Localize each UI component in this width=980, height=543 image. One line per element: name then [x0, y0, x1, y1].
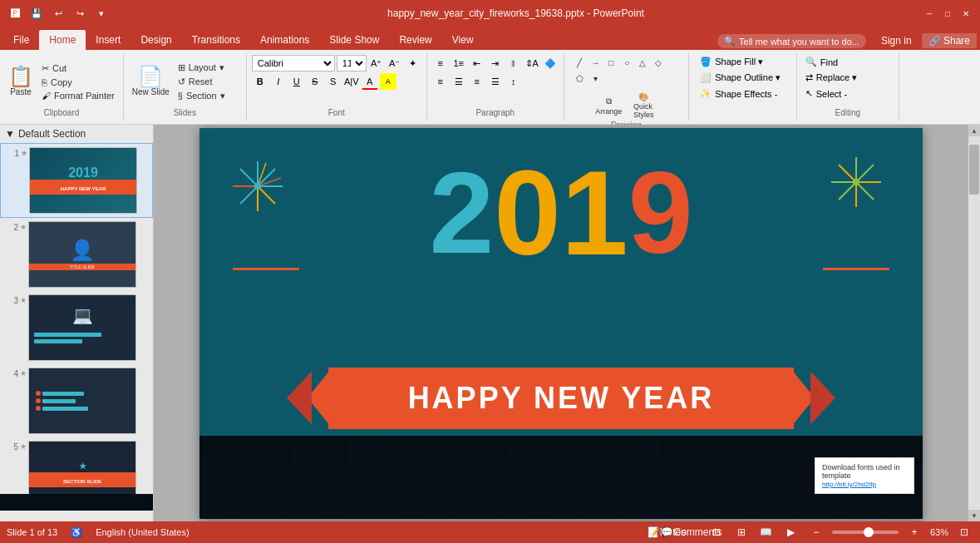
arrow-shape[interactable]: → [588, 55, 603, 70]
tab-insert[interactable]: Insert [86, 30, 131, 50]
arrange-button[interactable]: ⧉ Arrange [592, 95, 625, 117]
slide-item-3[interactable]: 3 ★ 💻 [0, 291, 153, 364]
share-btn[interactable]: 🔗 Share [922, 33, 977, 48]
replace-button[interactable]: ⇄ Replace ▾ [802, 71, 894, 85]
zoom-in-btn[interactable]: + [905, 523, 923, 541]
tab-design[interactable]: Design [131, 30, 181, 50]
zoom-out-btn[interactable]: − [807, 523, 825, 541]
find-button[interactable]: 🔍 Find [802, 55, 894, 69]
zoom-slider[interactable] [832, 531, 899, 534]
slide-content[interactable]: 2 0 1 9 HAPPY NEW [199, 128, 923, 519]
clear-format-btn[interactable]: ✦ [405, 55, 421, 72]
strikethrough-btn[interactable]: S [307, 73, 323, 90]
slide-item-5[interactable]: 5 ★ ★ SECTION SLIDE [0, 437, 153, 511]
convert-to-smartart-btn[interactable]: 🔷 [542, 55, 559, 72]
svg-rect-39 [569, 465, 590, 519]
svg-rect-42 [632, 440, 661, 519]
justify-btn[interactable]: ☰ [487, 73, 504, 90]
numbering-btn[interactable]: 1≡ [451, 55, 467, 72]
svg-line-7 [240, 169, 258, 186]
new-slide-button[interactable]: 📄 New Slide [129, 65, 173, 98]
tab-view[interactable]: View [442, 30, 484, 50]
format-painter-button[interactable]: 🖌 Format Painter [38, 90, 118, 101]
search-label: Tell me what you want to do... [739, 37, 859, 47]
ribbon-search[interactable]: 🔍 Tell me what you want to do... [717, 34, 866, 48]
oval-shape[interactable]: ○ [619, 55, 634, 70]
font-color-btn[interactable]: A [362, 73, 378, 90]
scroll-up-btn[interactable]: ▲ [968, 125, 980, 136]
tooltip-link[interactable]: http://bit.ly/2hd2lfp [822, 481, 876, 488]
shape-outline-btn[interactable]: ⬜ Shape Outline ▾ [697, 71, 788, 85]
paste-button[interactable]: 📋 Paste [5, 65, 37, 98]
scroll-thumb[interactable] [969, 145, 979, 195]
cut-button[interactable]: ✂ Cut [38, 62, 118, 75]
font-size-select[interactable]: 11 [337, 55, 367, 72]
tab-home[interactable]: Home [39, 30, 86, 50]
rect-shape[interactable]: □ [603, 55, 618, 70]
columns-btn[interactable]: ⫴ [505, 55, 522, 72]
decrease-font-btn[interactable]: A⁻ [387, 55, 403, 72]
align-left-btn[interactable]: ≡ [432, 73, 449, 90]
save-btn[interactable]: 💾 [28, 5, 45, 22]
section-button[interactable]: § Section ▾ [175, 90, 241, 102]
quick-styles-button[interactable]: 🎨 QuickStyles [627, 91, 660, 121]
maximize-btn[interactable]: □ [940, 6, 955, 21]
tab-transitions[interactable]: Transitions [182, 30, 250, 50]
shape-fill-btn[interactable]: 🪣 Shape Fill ▾ [697, 55, 788, 69]
highlight-btn[interactable]: A [380, 73, 396, 90]
reading-view-btn[interactable]: 📖 [757, 523, 776, 541]
minimize-btn[interactable]: ─ [922, 6, 937, 21]
increase-indent-btn[interactable]: ⇥ [487, 55, 504, 72]
line-spacing-btn[interactable]: ↕ [505, 73, 522, 90]
pentagon-shape[interactable]: ⬠ [572, 71, 587, 86]
ribbon-group-slides: 📄 New Slide ⊞ Layout ▾ ↺ Reset § Section… [124, 53, 247, 121]
section-header[interactable]: ▼ Default Section [0, 125, 153, 143]
bold-btn[interactable]: B [252, 73, 268, 90]
copy-button[interactable]: ⎘ Copy [38, 77, 118, 88]
undo-btn[interactable]: ↩ [50, 5, 66, 22]
slide-item-1[interactable]: 1 ★ 2019 HAPPY NEW YEAR [0, 143, 153, 218]
char-spacing-btn[interactable]: A|V [343, 73, 360, 90]
font-family-select[interactable]: Calibri [252, 55, 335, 72]
slide-item-4[interactable]: 4 ★ [0, 364, 153, 437]
text-shadow-btn[interactable]: S [325, 73, 342, 90]
close-btn[interactable]: ✕ [958, 6, 973, 21]
align-center-btn[interactable]: ☰ [451, 73, 467, 90]
decrease-indent-btn[interactable]: ⇤ [469, 55, 485, 72]
customize-btn[interactable]: ▾ [93, 5, 110, 22]
slide-sorter-btn[interactable]: ⊞ [732, 523, 751, 541]
line-shape[interactable]: ╱ [572, 55, 587, 70]
svg-rect-40 [590, 448, 615, 519]
align-right-btn[interactable]: ≡ [469, 73, 485, 90]
reset-button[interactable]: ↺ Reset [175, 76, 241, 88]
redo-btn[interactable]: ↪ [71, 5, 88, 22]
more-shapes[interactable]: ▾ [588, 71, 603, 86]
italic-btn[interactable]: I [270, 73, 287, 90]
tab-review[interactable]: Review [389, 30, 441, 50]
tab-file[interactable]: File [3, 30, 39, 50]
tab-slideshow[interactable]: Slide Show [319, 30, 389, 50]
text-direction-btn[interactable]: ⇕A [524, 55, 540, 72]
slideshow-btn[interactable]: ▶ [782, 523, 800, 541]
shape-effects-btn[interactable]: ✨ Shape Effects - [697, 86, 788, 101]
layout-button[interactable]: ⊞ Layout ▾ [175, 62, 241, 74]
increase-font-btn[interactable]: A⁺ [368, 55, 385, 72]
scroll-down-btn[interactable]: ▼ [968, 510, 980, 521]
underline-btn[interactable]: U [288, 73, 305, 90]
accessibility-btn[interactable]: ♿ [71, 527, 82, 538]
bullets-btn[interactable]: ≡ [432, 55, 449, 72]
diamond-shape[interactable]: ◇ [651, 55, 666, 70]
svg-rect-47 [740, 452, 761, 519]
triangle-shape[interactable]: △ [635, 55, 650, 70]
fit-slide-btn[interactable]: ⊡ [955, 523, 973, 541]
section-collapse-icon: ▼ [5, 128, 15, 140]
select-button[interactable]: ↖ Select - [802, 86, 894, 101]
slide-canvas[interactable]: 2 0 1 9 HAPPY NEW [154, 125, 968, 521]
normal-view-btn[interactable]: ⊡ [707, 523, 726, 541]
year-display: 2 0 1 9 [429, 153, 692, 274]
tab-animations[interactable]: Animations [250, 30, 319, 50]
sign-in-btn[interactable]: Sign in [876, 33, 917, 48]
find-icon: 🔍 [805, 57, 817, 67]
slide-item-2[interactable]: 2 ★ 👤 TITLE SLIDE [0, 218, 153, 291]
comments-btn[interactable]: 💬 Comments [682, 523, 701, 541]
